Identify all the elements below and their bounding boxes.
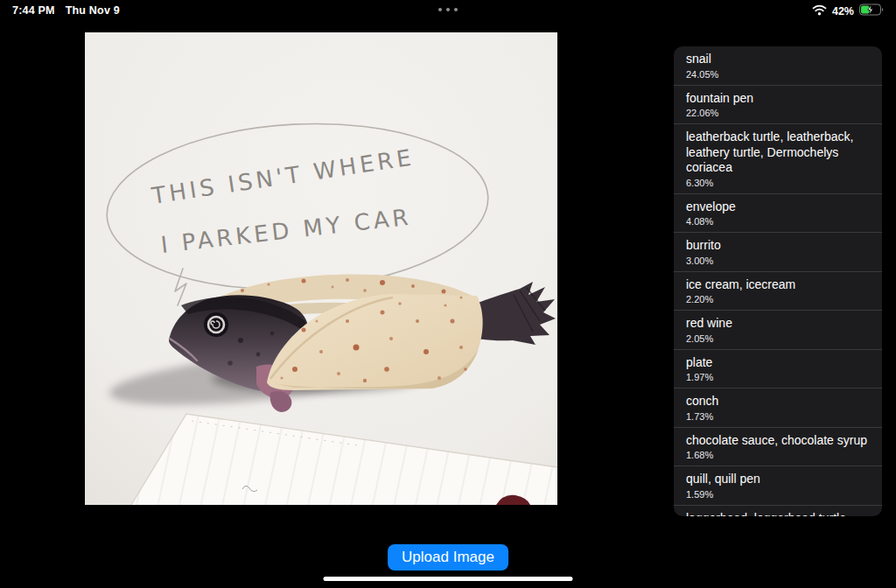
status-bar: 7:44 PM Thu Nov 9 42%	[0, 0, 896, 21]
dot-icon	[446, 8, 450, 11]
prediction-row: plate1.97%	[674, 349, 882, 388]
prediction-label: leatherback turtle, leatherback, leather…	[686, 130, 870, 176]
prediction-label: burrito	[686, 238, 870, 254]
clock: 7:44 PM	[12, 4, 55, 17]
prediction-confidence: 22.06%	[686, 108, 870, 118]
predictions-panel[interactable]: snail24.05%fountain pen22.06%leatherback…	[674, 46, 882, 516]
prediction-label: plate	[686, 355, 870, 371]
prediction-row: fountain pen22.06%	[674, 85, 882, 124]
prediction-confidence: 6.30%	[686, 178, 870, 188]
prediction-row: leatherback turtle, leatherback, leather…	[674, 123, 882, 193]
prediction-label: loggerhead, loggerhead turtle	[686, 511, 870, 517]
date: Thu Nov 9	[66, 4, 120, 17]
prediction-label: conch	[686, 394, 870, 410]
status-right: 42%	[812, 4, 885, 18]
prediction-row: loggerhead, loggerhead turtle	[674, 505, 882, 517]
wifi-icon	[812, 4, 827, 18]
prediction-row: quill, quill pen1.59%	[674, 466, 882, 505]
prediction-row: snail24.05%	[674, 46, 882, 85]
prediction-label: ice cream, icecream	[686, 277, 870, 293]
classified-image: THIS ISN'T WHERE I PARKED MY CAR	[85, 32, 557, 505]
prediction-confidence: 1.97%	[686, 372, 870, 382]
prediction-row: envelope4.08%	[674, 193, 882, 233]
predictions-list[interactable]: snail24.05%fountain pen22.06%leatherback…	[674, 46, 882, 516]
status-left: 7:44 PM Thu Nov 9	[12, 4, 120, 17]
prediction-confidence: 2.20%	[686, 294, 870, 304]
prediction-label: red wine	[686, 316, 870, 332]
prediction-label: snail	[686, 52, 870, 67]
prediction-row: chocolate sauce, chocolate syrup1.68%	[674, 427, 882, 466]
dot-icon	[454, 8, 458, 11]
prediction-row: red wine2.05%	[674, 310, 882, 349]
prediction-label: quill, quill pen	[686, 472, 870, 487]
prediction-label: fountain pen	[686, 91, 870, 107]
prediction-confidence: 1.68%	[686, 450, 870, 460]
battery-percent: 42%	[832, 5, 854, 18]
home-indicator[interactable]	[324, 577, 573, 581]
prediction-confidence: 1.73%	[686, 411, 870, 422]
prediction-label: chocolate sauce, chocolate syrup	[686, 433, 870, 449]
multitasking-dots[interactable]	[438, 8, 458, 11]
dot-icon	[438, 8, 442, 11]
upload-image-button[interactable]: Upload Image	[388, 544, 508, 570]
prediction-row: burrito3.00%	[674, 232, 882, 271]
prediction-confidence: 1.59%	[686, 489, 870, 500]
prediction-confidence: 4.08%	[686, 216, 870, 227]
prediction-confidence: 3.00%	[686, 256, 870, 266]
prediction-confidence: 2.05%	[686, 333, 870, 344]
battery-charging-icon	[859, 4, 885, 18]
prediction-label: envelope	[686, 200, 870, 215]
prediction-row: ice cream, icecream2.20%	[674, 271, 882, 311]
prediction-row: conch1.73%	[674, 388, 882, 427]
prediction-confidence: 24.05%	[686, 69, 870, 80]
